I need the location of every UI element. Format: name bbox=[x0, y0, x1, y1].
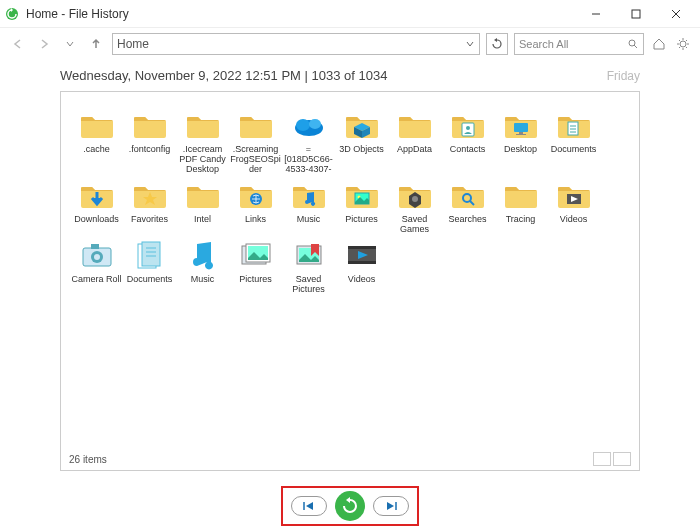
svg-point-37 bbox=[94, 254, 100, 260]
file-item-label: Documents bbox=[127, 274, 173, 284]
file-item-label: Music bbox=[297, 214, 321, 224]
details-view-button[interactable] bbox=[593, 452, 611, 466]
file-item[interactable]: AppData bbox=[389, 106, 440, 174]
status-bar: 26 items bbox=[69, 452, 631, 466]
file-item[interactable]: .fontconfig bbox=[124, 106, 175, 174]
svg-rect-40 bbox=[142, 242, 160, 266]
restore-button[interactable] bbox=[335, 491, 365, 521]
file-item-label: Favorites bbox=[131, 214, 168, 224]
file-item[interactable]: Links bbox=[230, 176, 281, 234]
videos-folder-icon bbox=[554, 176, 594, 214]
file-item-label: .Icecream PDF Candy Desktop bbox=[177, 144, 228, 174]
file-item[interactable]: Desktop bbox=[495, 106, 546, 174]
folder-icon bbox=[501, 176, 541, 214]
camera-icon bbox=[77, 236, 117, 274]
file-item[interactable]: Tracing bbox=[495, 176, 546, 234]
window-controls bbox=[576, 0, 696, 28]
chevron-down-icon[interactable] bbox=[465, 39, 475, 49]
maximize-button[interactable] bbox=[616, 0, 656, 28]
timestamp-label: Wednesday, November 9, 2022 12:51 PM | 1… bbox=[60, 68, 387, 83]
address-input[interactable]: Home bbox=[112, 33, 480, 55]
file-item[interactable]: 3D Objects bbox=[336, 106, 387, 174]
svg-rect-2 bbox=[632, 10, 640, 18]
videos-lib-icon bbox=[342, 236, 382, 274]
file-item[interactable]: .Screaming FrogSEOSpider bbox=[230, 106, 281, 174]
file-item[interactable]: =[018D5C66-4533-4307-9B53-224DE2ED1F... bbox=[283, 106, 334, 174]
gear-icon[interactable] bbox=[674, 35, 692, 53]
svg-line-15 bbox=[686, 40, 687, 41]
file-item-label: Pictures bbox=[239, 274, 272, 284]
folder-icon bbox=[395, 106, 435, 144]
contacts-icon bbox=[448, 106, 488, 144]
file-item[interactable]: Documents bbox=[548, 106, 599, 174]
file-item[interactable]: Documents bbox=[124, 236, 175, 294]
svg-rect-38 bbox=[91, 244, 99, 249]
file-item[interactable]: Downloads bbox=[71, 176, 122, 234]
file-item-label: AppData bbox=[397, 144, 432, 154]
favorites-icon bbox=[130, 176, 170, 214]
file-item[interactable]: Intel bbox=[177, 176, 228, 234]
file-item-label: Camera Roll bbox=[71, 274, 121, 284]
file-item[interactable]: Videos bbox=[548, 176, 599, 234]
window-title: Home - File History bbox=[26, 7, 129, 21]
minimize-button[interactable] bbox=[576, 0, 616, 28]
file-grid: .cache.fontconfig.Icecream PDF Candy Des… bbox=[71, 106, 629, 294]
home-icon[interactable] bbox=[650, 35, 668, 53]
address-text: Home bbox=[117, 37, 149, 51]
svg-point-20 bbox=[466, 126, 470, 130]
svg-line-14 bbox=[679, 47, 680, 48]
svg-point-31 bbox=[412, 196, 418, 202]
svg-line-13 bbox=[686, 47, 687, 48]
3d-icon bbox=[342, 106, 382, 144]
file-item[interactable]: .Icecream PDF Candy Desktop bbox=[177, 106, 228, 174]
saved-games-icon bbox=[395, 176, 435, 214]
file-item-label: Contacts bbox=[450, 144, 486, 154]
file-item-label: Tracing bbox=[506, 214, 536, 224]
refresh-button[interactable] bbox=[486, 33, 508, 55]
file-item[interactable]: Pictures bbox=[336, 176, 387, 234]
file-item[interactable]: Contacts bbox=[442, 106, 493, 174]
previous-version-button[interactable] bbox=[291, 496, 327, 516]
file-item-label: Intel bbox=[194, 214, 211, 224]
svg-point-7 bbox=[680, 41, 686, 47]
folder-icon bbox=[183, 106, 223, 144]
close-button[interactable] bbox=[656, 0, 696, 28]
file-item-label: Videos bbox=[348, 274, 375, 284]
header-row: Wednesday, November 9, 2022 12:51 PM | 1… bbox=[0, 60, 700, 87]
next-version-button[interactable] bbox=[373, 496, 409, 516]
onedrive-icon bbox=[289, 106, 329, 144]
file-item[interactable]: Pictures bbox=[230, 236, 281, 294]
file-item[interactable]: Saved Pictures bbox=[283, 236, 334, 294]
file-item[interactable]: Camera Roll bbox=[71, 236, 122, 294]
file-item-label: Desktop bbox=[504, 144, 537, 154]
file-item-label: Videos bbox=[560, 214, 587, 224]
file-item-label: =[018D5C66-4533-4307-9B53-224DE2ED1F... bbox=[283, 144, 334, 174]
forward-button[interactable] bbox=[34, 34, 54, 54]
back-button[interactable] bbox=[8, 34, 28, 54]
doc-lib-icon bbox=[130, 236, 170, 274]
next-day-label: Friday bbox=[607, 69, 640, 83]
file-item-label: .fontconfig bbox=[129, 144, 171, 154]
file-item-label: Music bbox=[191, 274, 215, 284]
file-item-label: 3D Objects bbox=[339, 144, 384, 154]
file-item[interactable]: Favorites bbox=[124, 176, 175, 234]
icons-view-button[interactable] bbox=[613, 452, 631, 466]
file-item[interactable]: Videos bbox=[336, 236, 387, 294]
links-icon bbox=[236, 176, 276, 214]
file-item[interactable]: .cache bbox=[71, 106, 122, 174]
documents-icon bbox=[554, 106, 594, 144]
search-input[interactable]: Search All bbox=[514, 33, 644, 55]
file-item-label: Downloads bbox=[74, 214, 119, 224]
svg-rect-50 bbox=[348, 246, 376, 249]
file-item[interactable]: Searches bbox=[442, 176, 493, 234]
file-item-label: Documents bbox=[551, 144, 597, 154]
svg-point-17 bbox=[296, 119, 310, 131]
file-item-label: Searches bbox=[448, 214, 486, 224]
file-item[interactable]: Saved Games bbox=[389, 176, 440, 234]
view-toggles bbox=[593, 452, 631, 466]
file-item-label: Saved Games bbox=[389, 214, 440, 234]
file-item[interactable]: Music bbox=[177, 236, 228, 294]
up-button[interactable] bbox=[86, 34, 106, 54]
dropdown-history-button[interactable] bbox=[60, 34, 80, 54]
file-item[interactable]: Music bbox=[283, 176, 334, 234]
